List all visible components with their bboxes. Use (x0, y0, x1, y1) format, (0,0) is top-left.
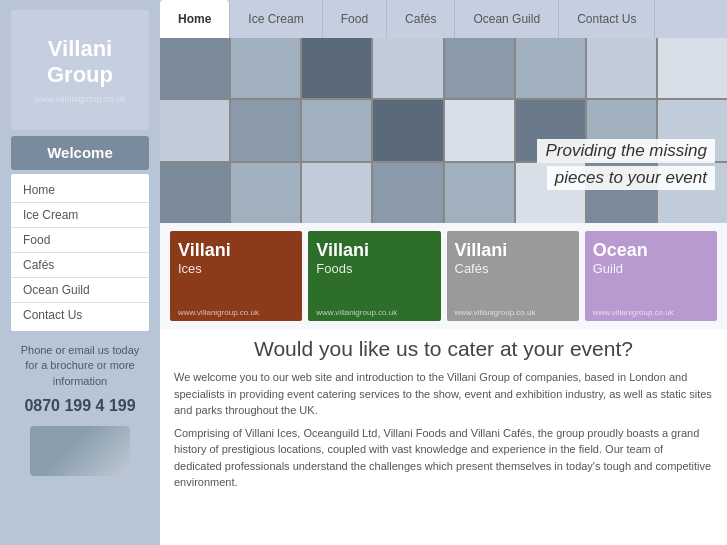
hero-cell (516, 38, 585, 98)
top-nav-contact-us[interactable]: Contact Us (559, 0, 655, 38)
welcome-box: Welcome (11, 136, 149, 170)
brand-url-ices: www.villanigroup.co.uk (178, 308, 294, 317)
brand-url-guild: www.villanigroup.co.uk (593, 308, 709, 317)
logo-title: VillaniGroup (47, 36, 113, 89)
brand-name-ices: Villani (178, 241, 294, 261)
hero-cell (231, 100, 300, 160)
footer-text: Phone or email us today for a brochure o… (21, 344, 140, 387)
brand-sub-cafes: Cafés (455, 261, 571, 276)
top-nav-cafes[interactable]: Cafés (387, 0, 455, 38)
brand-block-guild[interactable]: Ocean Guild www.villanigroup.co.uk (585, 231, 717, 321)
brand-url-cafes: www.villanigroup.co.uk (455, 308, 571, 317)
hero-cell (302, 163, 371, 223)
sidebar: VillaniGroup www.villanigroup.co.uk Welc… (0, 0, 160, 545)
hero-text: Providing the missing pieces to your eve… (537, 139, 715, 193)
hero-image: Providing the missing pieces to your eve… (160, 38, 727, 223)
body-para-2: Comprising of Villani Ices, Oceanguild L… (174, 425, 713, 491)
top-nav-home[interactable]: Home (160, 0, 230, 38)
van-image (30, 426, 130, 476)
hero-grid (160, 38, 727, 223)
sidebar-item-ice-cream[interactable]: Ice Cream (11, 203, 149, 228)
hero-cell (302, 100, 371, 160)
sidebar-item-home[interactable]: Home (11, 178, 149, 203)
hero-cell (160, 38, 229, 98)
hero-cell (445, 100, 514, 160)
sidebar-nav: Home Ice Cream Food Cafés Ocean Guild Co… (11, 174, 149, 331)
brand-name-cafes: Villani (455, 241, 571, 261)
brand-name-guild: Ocean (593, 241, 709, 261)
hero-cell (302, 38, 371, 98)
welcome-label: Welcome (47, 144, 113, 161)
hero-cell (587, 38, 656, 98)
phone-number: 0870 199 4 199 (17, 395, 143, 417)
sidebar-item-contact-us[interactable]: Contact Us (11, 303, 149, 327)
sidebar-item-ocean-guild[interactable]: Ocean Guild (11, 278, 149, 303)
hero-cell (445, 38, 514, 98)
cta-heading: Would you like us to cater at your event… (174, 337, 713, 361)
brand-sub-ices: Ices (178, 261, 294, 276)
top-nav-ice-cream[interactable]: Ice Cream (230, 0, 322, 38)
hero-line1: Providing the missing (537, 139, 715, 163)
logo-url: www.villanigroup.co.uk (34, 94, 125, 104)
main-content: Home Ice Cream Food Cafés Ocean Guild Co… (160, 0, 727, 545)
hero-cell (160, 100, 229, 160)
bottom-content: Would you like us to cater at your event… (160, 329, 727, 545)
brand-sub-guild: Guild (593, 261, 709, 276)
hero-cell (373, 163, 442, 223)
sidebar-item-food[interactable]: Food (11, 228, 149, 253)
brand-blocks: Villani Ices www.villanigroup.co.uk Vill… (160, 223, 727, 329)
body-para-1: We welcome you to our web site and intro… (174, 369, 713, 419)
hero-cell (373, 38, 442, 98)
top-nav: Home Ice Cream Food Cafés Ocean Guild Co… (160, 0, 727, 38)
brand-sub-foods: Foods (316, 261, 432, 276)
sidebar-item-cafes[interactable]: Cafés (11, 253, 149, 278)
hero-cell (231, 163, 300, 223)
brand-block-cafes[interactable]: Villani Cafés www.villanigroup.co.uk (447, 231, 579, 321)
brand-name-foods: Villani (316, 241, 432, 261)
hero-cell (445, 163, 514, 223)
hero-cell (373, 100, 442, 160)
hero-cell (231, 38, 300, 98)
brand-url-foods: www.villanigroup.co.uk (316, 308, 432, 317)
top-nav-ocean-guild[interactable]: Ocean Guild (455, 0, 559, 38)
brand-block-foods[interactable]: Villani Foods www.villanigroup.co.uk (308, 231, 440, 321)
brand-block-ices[interactable]: Villani Ices www.villanigroup.co.uk (170, 231, 302, 321)
hero-line2: pieces to your event (547, 166, 715, 190)
hero-cell (160, 163, 229, 223)
logo-box[interactable]: VillaniGroup www.villanigroup.co.uk (11, 10, 149, 130)
hero-cell (658, 38, 727, 98)
sidebar-footer: Phone or email us today for a brochure o… (11, 343, 149, 418)
top-nav-food[interactable]: Food (323, 0, 387, 38)
